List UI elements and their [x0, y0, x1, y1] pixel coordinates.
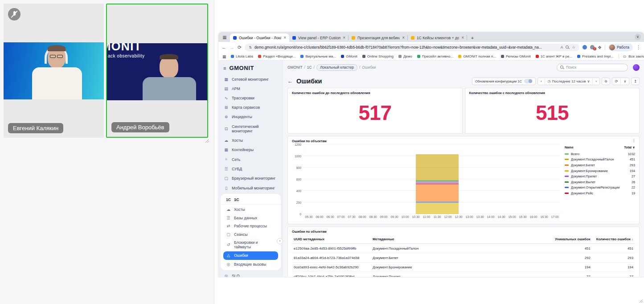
- participant-tile-1[interactable]: Евгений Калякин: [4, 4, 104, 138]
- user-avatar[interactable]: [633, 64, 640, 71]
- search-page-icon[interactable]: [566, 45, 569, 49]
- all-bookmarks-button[interactable]: ▭Все закладки: [619, 54, 644, 58]
- reload-button[interactable]: ⟳: [238, 45, 242, 50]
- sidebar-item-containers[interactable]: ▦Контейнеры: [218, 145, 283, 154]
- tab-1c-cases[interactable]: 1С Кейсы клиентов + доп. с ×: [408, 33, 467, 42]
- config-updates-toggle-chip[interactable]: Обновления конфигурации 1С: [472, 78, 536, 85]
- legend-row[interactable]: Всего1032: [565, 151, 635, 157]
- sidebar-item-1c-hosts[interactable]: ☁Хосты: [221, 205, 281, 214]
- breadcrumb-root[interactable]: GMONIT: [287, 65, 303, 70]
- sidebar-item-browser-monitoring[interactable]: ▢Браузерный мониторинг: [218, 174, 283, 183]
- panel-menu-icon[interactable]: ⋮: [632, 138, 636, 143]
- uuid-link[interactable]: cff209cc-10b7-49cd-a75b-7a00f13f0fbd: [292, 272, 371, 277]
- sidebar-item-synthetic-monitoring[interactable]: ⊡Синтетический мониторинг: [218, 122, 283, 136]
- stat-panel-errors-after[interactable]: Количество ошибок с последнего обновлени…: [465, 88, 640, 134]
- back-arrow-icon[interactable]: ←: [287, 78, 293, 84]
- config-toggle-switch[interactable]: [524, 79, 533, 83]
- bookmark-item[interactable]: Раздел «Входящи...: [258, 54, 295, 58]
- sidebar-item-1c-sessions[interactable]: ▢Сеансы: [221, 230, 281, 238]
- sidebar-item-apm[interactable]: ▤APM: [218, 84, 283, 93]
- col-metadata[interactable]: Метаданные: [371, 235, 549, 244]
- legend-col-name[interactable]: Name: [565, 145, 574, 149]
- refresh-interval-chevron[interactable]: ∨: [620, 78, 629, 85]
- bookmark-star-icon[interactable]: ☆: [572, 45, 575, 49]
- legend-row[interactable]: Документ.ПосадочныйТалон451: [565, 157, 635, 163]
- extension-badged-icon[interactable]: 1: [590, 45, 595, 49]
- browser-menu-icon[interactable]: ⋮: [636, 45, 641, 50]
- zoom-out-button[interactable]: ⊖: [602, 78, 610, 85]
- bookmark-item[interactable]: 1С агент ЖР в ре...: [536, 54, 572, 58]
- sidebar-item-dbms[interactable]: ☰СУБД: [218, 164, 283, 174]
- hamburger-menu-icon[interactable]: ≡: [223, 66, 226, 71]
- browser-profile-chip[interactable]: Работа: [608, 44, 633, 51]
- apps-grid-icon[interactable]: ▦: [222, 54, 226, 59]
- col-unique-errors[interactable]: Уникальных ошибок: [549, 235, 592, 244]
- back-button[interactable]: ←: [222, 45, 226, 50]
- legend-row[interactable]: Документ.Бронирование194: [565, 168, 635, 174]
- new-tab-button[interactable]: +: [469, 35, 476, 41]
- legend-row[interactable]: Документ.Вылет26: [565, 179, 635, 185]
- sidebar-item-1c-errors[interactable]: △Ошибки: [223, 251, 278, 259]
- sidebar-item-mobile-monitoring[interactable]: ▯Мобильный мониторинг: [218, 183, 283, 193]
- tab-close-icon[interactable]: ×: [343, 35, 345, 40]
- tab-close-icon[interactable]: ×: [402, 35, 405, 40]
- bookmark-item[interactable]: Online Shopping: [362, 54, 394, 58]
- col-error-count[interactable]: Количество ошибок ↓: [592, 235, 635, 244]
- search-input[interactable]: [566, 65, 624, 70]
- sidebar-item-slo[interactable]: ◎SLO: [218, 271, 283, 277]
- window-resize-grip[interactable]: [204, 139, 209, 143]
- breadcrumb-1c[interactable]: 1С: [307, 65, 312, 70]
- sidebar-group-1c-header[interactable]: 1С 1С: [221, 195, 281, 205]
- share-button[interactable]: ↥: [631, 78, 640, 85]
- sidebar-item-network[interactable]: ⌗Сеть: [218, 155, 283, 164]
- address-bar[interactable]: ⇅ demo.gmonit.ru/a/gmonit/one-c/clusters…: [245, 44, 579, 51]
- extensions-puzzle-icon[interactable]: ❖: [598, 45, 602, 50]
- time-forward-button[interactable]: ›: [592, 78, 599, 85]
- sidebar-item-network-monitoring[interactable]: ▦Сетевой мониторинг: [218, 74, 283, 84]
- time-back-button[interactable]: ‹: [538, 78, 545, 85]
- app-logo[interactable]: GMONIT: [229, 65, 254, 71]
- tab-errors[interactable]: Ошибки - Ошибки - Локаль ×: [230, 33, 289, 42]
- uuid-link[interactable]: e12509aa-2e85-4d53-8901-f5525df99ffb: [292, 244, 371, 253]
- bookmark-item[interactable]: GMONIT полная п...: [458, 54, 496, 58]
- translate-icon[interactable]: A: [561, 45, 563, 49]
- sidebar-item-hosts[interactable]: ☁Хосты: [218, 136, 283, 145]
- uuid-link[interactable]: 0ce0a993-eeec-4efd-9a42-5c36ab92b290: [292, 263, 371, 272]
- tab-list-chevron[interactable]: ∨: [635, 34, 641, 40]
- col-uuid[interactable]: UUID метаданных: [292, 235, 371, 244]
- uuid-link[interactable]: 81a33a24-a604-4f1d-b723-736a1a374d38: [292, 253, 371, 263]
- legend-row[interactable]: Документ.Прилет27: [565, 173, 635, 179]
- legend-col-total[interactable]: Total ∨: [624, 145, 635, 149]
- extension-lock-icon[interactable]: [582, 45, 587, 49]
- tab-search-icon[interactable]: ▦: [221, 34, 228, 41]
- tab-close-icon[interactable]: ×: [283, 35, 286, 40]
- forward-button[interactable]: →: [230, 45, 234, 50]
- tab-close-icon[interactable]: ×: [461, 35, 464, 40]
- time-range-picker[interactable]: ◷ Последние 12 часов ∨: [545, 78, 593, 85]
- bookmark-item[interactable]: Виртуальные ма...: [300, 54, 336, 58]
- bookmark-item[interactable]: Presales and Impl...: [577, 54, 614, 58]
- participant-tile-2[interactable]: MONIT ack observability Андрей Воробьёв: [106, 4, 208, 138]
- sidebar-item-1c-locks-timeouts[interactable]: ↺Блокировки и таймауты: [221, 238, 281, 251]
- legend-row[interactable]: Документ.ОткрытиеРегистрации22: [565, 185, 635, 191]
- legend-row[interactable]: Документ.Рейс19: [565, 190, 635, 196]
- sidebar-item-traces[interactable]: ∿Трассировки: [218, 93, 283, 103]
- refresh-button[interactable]: ⟳: [612, 78, 621, 85]
- bookmark-item[interactable]: Litota Labs: [231, 54, 253, 58]
- bookmark-item[interactable]: Демо: [398, 54, 412, 58]
- sidebar-item-incidents[interactable]: ⊛Инциденты: [218, 112, 283, 122]
- sidebar-item-service-map[interactable]: ⊞Карта сервисов: [218, 103, 283, 112]
- sidebar-collapse-button[interactable]: ‹: [277, 238, 283, 244]
- tab-presentation[interactable]: Презентация для вебинара ×: [349, 33, 408, 42]
- bookmark-item[interactable]: Релизы GMonit: [501, 54, 531, 58]
- bookmark-item[interactable]: GMonit: [341, 54, 357, 58]
- sidebar-item-1c-incoming-calls[interactable]: ◎Входящие вызовы: [221, 260, 281, 268]
- screen-resize-grip[interactable]: [638, 299, 643, 303]
- legend-row[interactable]: Документ.Билет293: [565, 162, 635, 168]
- tab-view-panel[interactable]: View panel - ERP Custom Da ×: [289, 33, 349, 42]
- app-search-box[interactable]: [557, 64, 628, 71]
- sidebar-item-1c-worker-processes[interactable]: ⇄Рабочие процессы: [221, 222, 281, 230]
- bookmark-item[interactable]: Пресейл активно...: [417, 54, 453, 58]
- chart-plot-area[interactable]: [304, 144, 560, 214]
- breadcrumb-cluster-chip[interactable]: Локальный кластер: [316, 64, 357, 71]
